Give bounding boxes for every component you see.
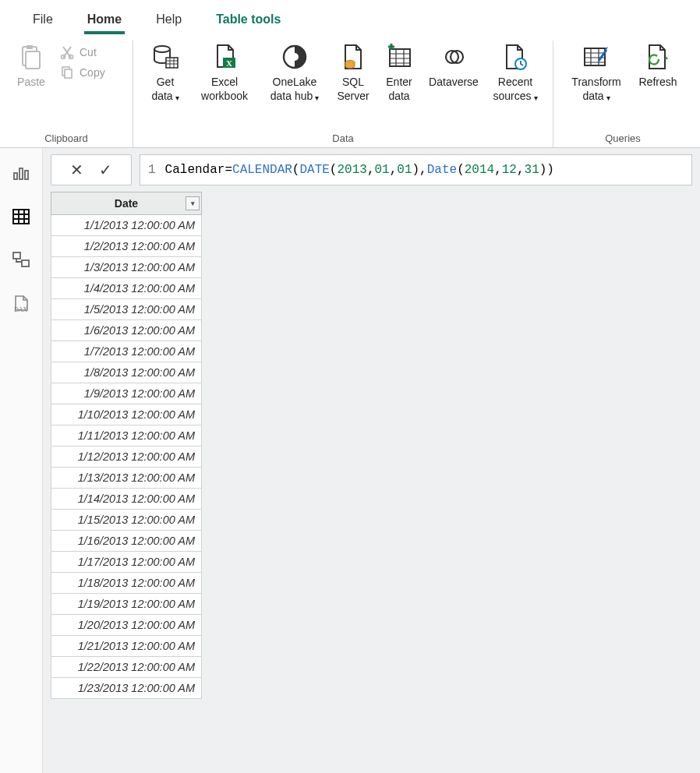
table-cell[interactable]: 1/4/2013 12:00:00 AM (51, 278, 202, 299)
cut-icon (59, 44, 75, 60)
dax-icon: DAX (11, 294, 31, 314)
table-cell[interactable]: 1/13/2013 12:00:00 AM (51, 468, 202, 489)
onelake-icon (280, 42, 309, 72)
table-cell[interactable]: 1/2/2013 12:00:00 AM (51, 236, 202, 257)
transform-icon (582, 42, 611, 72)
table-row[interactable]: 1/7/2013 12:00:00 AM (51, 341, 202, 362)
table-cell[interactable]: 1/19/2013 12:00:00 AM (51, 594, 202, 615)
svg-text:DAX: DAX (14, 306, 28, 313)
table-row[interactable]: 1/9/2013 12:00:00 AM (51, 383, 202, 404)
table-cell[interactable]: 1/8/2013 12:00:00 AM (51, 362, 202, 383)
onelake-button[interactable]: OneLake data hub▾ (260, 41, 330, 104)
formula-action-buttons: ✕ ✓ (51, 154, 132, 185)
chevron-down-icon: ▾ (315, 94, 319, 102)
table-cell[interactable]: 1/15/2013 12:00:00 AM (51, 510, 202, 531)
table-cell[interactable]: 1/1/2013 12:00:00 AM (51, 215, 202, 236)
table-row[interactable]: 1/23/2013 12:00:00 AM (51, 678, 202, 699)
chevron-down-icon: ▾ (606, 94, 610, 102)
ribbon-group-data: Get data▾ X Excel workbook (133, 41, 553, 147)
cut-label: Cut (80, 46, 97, 58)
table-row[interactable]: 1/3/2013 12:00:00 AM (51, 257, 202, 278)
table-cell[interactable]: 1/3/2013 12:00:00 AM (51, 257, 202, 278)
table-row[interactable]: 1/22/2013 12:00:00 AM (51, 657, 202, 678)
svg-point-7 (154, 46, 170, 52)
table-row[interactable]: 1/14/2013 12:00:00 AM (51, 489, 202, 510)
table-cell[interactable]: 1/9/2013 12:00:00 AM (51, 383, 202, 404)
table-row[interactable]: 1/19/2013 12:00:00 AM (51, 594, 202, 615)
svg-rect-22 (22, 260, 29, 266)
tab-table-tools[interactable]: Table tools (199, 5, 298, 34)
table-row[interactable]: 1/11/2013 12:00:00 AM (51, 425, 202, 447)
recent-sources-button[interactable]: Recent sources▾ (486, 41, 545, 104)
paste-button[interactable]: Paste (8, 41, 55, 89)
nav-model-view[interactable] (7, 246, 35, 274)
table-cell[interactable]: 1/21/2013 12:00:00 AM (51, 636, 202, 657)
dataverse-label: Dataverse (429, 75, 479, 89)
cut-button[interactable]: Cut (55, 42, 110, 62)
table-cell[interactable]: 1/20/2013 12:00:00 AM (51, 615, 202, 636)
chevron-down-icon: ▾ (534, 94, 538, 102)
table-row[interactable]: 1/4/2013 12:00:00 AM (51, 278, 202, 299)
sql-label: SQL Server (331, 75, 375, 103)
table-cell[interactable]: 1/12/2013 12:00:00 AM (51, 447, 202, 468)
nav-report-view[interactable] (7, 159, 35, 187)
nav-data-view[interactable] (7, 203, 35, 231)
table-row[interactable]: 1/17/2013 12:00:00 AM (51, 552, 202, 573)
dataverse-button[interactable]: Dataverse (422, 41, 486, 89)
table-row[interactable]: 1/13/2013 12:00:00 AM (51, 468, 202, 489)
table-cell[interactable]: 1/5/2013 12:00:00 AM (51, 299, 202, 320)
onelake-label: OneLake data hub (270, 76, 317, 102)
bar-chart-icon (12, 164, 30, 182)
column-header-date[interactable]: Date ▾ (51, 192, 202, 215)
svg-rect-14 (390, 49, 410, 66)
canvas: ✕ ✓ 1 Calendar = CALENDAR ( DATE ( 2013 … (43, 148, 700, 773)
table-row[interactable]: 1/2/2013 12:00:00 AM (51, 236, 202, 257)
table-row[interactable]: 1/10/2013 12:00:00 AM (51, 404, 202, 425)
svg-point-12 (291, 53, 299, 61)
table-cell[interactable]: 1/16/2013 12:00:00 AM (51, 531, 202, 552)
nav-dax-view[interactable]: DAX (7, 290, 35, 318)
table-row[interactable]: 1/15/2013 12:00:00 AM (51, 510, 202, 531)
transform-data-button[interactable]: Transform data▾ (561, 41, 631, 104)
table-row[interactable]: 1/1/2013 12:00:00 AM (51, 215, 202, 236)
excel-workbook-button[interactable]: X Excel workbook (189, 41, 260, 103)
table-row[interactable]: 1/6/2013 12:00:00 AM (51, 320, 202, 341)
paste-icon (16, 42, 46, 72)
table-row[interactable]: 1/21/2013 12:00:00 AM (51, 636, 202, 657)
table-row[interactable]: 1/5/2013 12:00:00 AM (51, 299, 202, 320)
table-cell[interactable]: 1/18/2013 12:00:00 AM (51, 573, 202, 594)
table-cell[interactable]: 1/7/2013 12:00:00 AM (51, 341, 202, 362)
formula-line-number: 1 (148, 163, 156, 177)
column-filter-dropdown[interactable]: ▾ (186, 196, 200, 210)
table-cell[interactable]: 1/22/2013 12:00:00 AM (51, 657, 202, 678)
table-row[interactable]: 1/16/2013 12:00:00 AM (51, 531, 202, 552)
table-row[interactable]: 1/18/2013 12:00:00 AM (51, 573, 202, 594)
svg-rect-21 (13, 252, 20, 259)
commit-formula-button[interactable]: ✓ (99, 161, 112, 179)
enter-data-icon (384, 42, 414, 72)
table-cell[interactable]: 1/17/2013 12:00:00 AM (51, 552, 202, 573)
cancel-formula-button[interactable]: ✕ (70, 161, 83, 179)
enter-data-button[interactable]: Enter data (377, 41, 422, 103)
sql-server-button[interactable]: SQL Server (330, 41, 377, 103)
recent-label: Recent sources (493, 76, 532, 102)
table-cell[interactable]: 1/11/2013 12:00:00 AM (51, 425, 202, 447)
table-row[interactable]: 1/8/2013 12:00:00 AM (51, 362, 202, 383)
table-cell[interactable]: 1/10/2013 12:00:00 AM (51, 404, 202, 425)
copy-button[interactable]: Copy (55, 62, 110, 83)
tab-home[interactable]: Home (70, 5, 139, 34)
dataverse-icon (439, 42, 468, 72)
table-cell[interactable]: 1/14/2013 12:00:00 AM (51, 489, 202, 510)
refresh-button[interactable]: Refresh (631, 41, 684, 89)
get-data-button[interactable]: Get data▾ (141, 41, 189, 104)
transform-label: Transform data (571, 76, 620, 102)
formula-bar[interactable]: 1 Calendar = CALENDAR ( DATE ( 2013 , 01… (140, 154, 692, 185)
tab-help[interactable]: Help (139, 5, 199, 34)
table-cell[interactable]: 1/6/2013 12:00:00 AM (51, 320, 202, 341)
svg-rect-1 (27, 45, 33, 49)
table-row[interactable]: 1/12/2013 12:00:00 AM (51, 447, 202, 468)
get-data-label: Get data (151, 76, 174, 102)
tab-file[interactable]: File (16, 5, 70, 34)
table-cell[interactable]: 1/23/2013 12:00:00 AM (51, 678, 202, 699)
table-row[interactable]: 1/20/2013 12:00:00 AM (51, 615, 202, 636)
